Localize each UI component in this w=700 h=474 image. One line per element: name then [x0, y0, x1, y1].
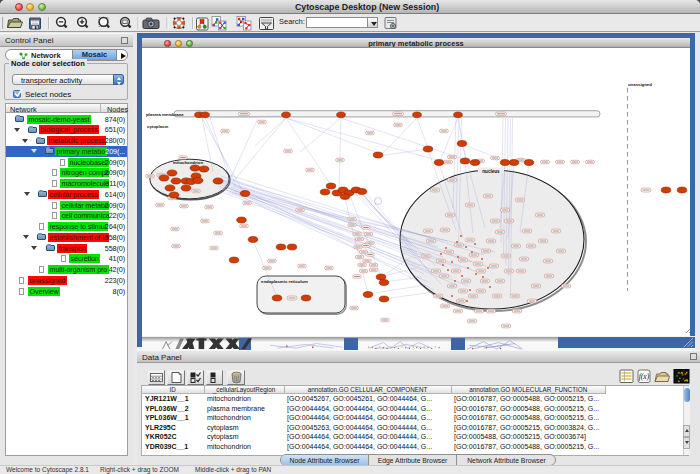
svg-text:f(x): f(x) [639, 372, 650, 381]
